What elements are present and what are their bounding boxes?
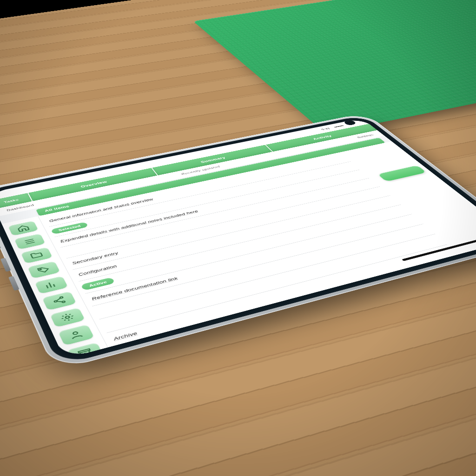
share-icon[interactable] (42, 291, 76, 310)
svg-point-3 (62, 301, 65, 303)
svg-point-0 (40, 269, 41, 270)
home-icon[interactable] (8, 221, 39, 236)
row-text: Expanded details with additional notes i… (60, 210, 199, 244)
row-pill[interactable]: Active (80, 277, 115, 291)
primary-button[interactable] (377, 165, 427, 182)
user-icon[interactable] (58, 324, 94, 345)
svg-point-5 (73, 331, 78, 335)
folder-icon[interactable] (21, 247, 53, 264)
row-text: Reference documentation link (91, 276, 179, 301)
chart-icon[interactable] (34, 276, 68, 294)
svg-point-4 (65, 316, 70, 319)
tag-icon[interactable] (27, 261, 60, 278)
row-text: Secondary entry (71, 251, 119, 265)
